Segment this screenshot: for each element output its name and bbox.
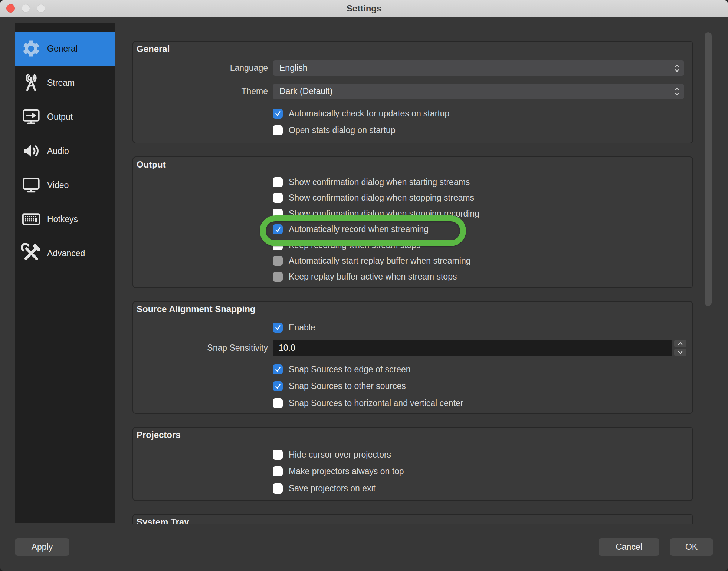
- select-arrows-icon: [669, 60, 684, 76]
- checkbox[interactable]: [273, 125, 283, 135]
- scrollbar[interactable]: [705, 32, 712, 306]
- checkbox-label: Snap Sources to other sources: [289, 381, 406, 391]
- checkbox-row: Automatically check for updates on start…: [273, 108, 449, 119]
- sidebar-item-general[interactable]: General: [15, 32, 115, 66]
- monitor-icon: [20, 175, 43, 195]
- checkbox-row: Automatically start replay buffer when s…: [273, 255, 470, 267]
- sidebar-item-advanced[interactable]: Advanced: [15, 236, 115, 270]
- checkbox-label: Show confirmation dialog when stopping s…: [289, 193, 474, 203]
- sidebar-item-label: General: [47, 44, 78, 54]
- checkbox-label: Hide cursor over projectors: [289, 450, 391, 460]
- snap-sensitivity-value: 10.0: [279, 343, 295, 353]
- theme-label: Theme: [133, 84, 268, 99]
- titlebar: Settings: [0, 0, 728, 17]
- window-title: Settings: [347, 3, 382, 14]
- checkbox[interactable]: [273, 381, 283, 391]
- checkbox-label: Automatically start replay buffer when s…: [289, 256, 470, 266]
- system-tray-section: System Tray: [132, 514, 693, 524]
- checkbox-label: Keep replay buffer active when stream st…: [289, 272, 457, 282]
- checkbox-label: Enable: [289, 323, 315, 333]
- checkbox: [273, 272, 283, 282]
- gear-icon: [20, 39, 43, 59]
- checkbox-row: Show confirmation dialog when starting s…: [273, 176, 470, 188]
- checkbox[interactable]: [273, 109, 283, 119]
- checkbox-row: Snap Sources to edge of screen: [273, 364, 411, 375]
- checkbox-row: Open stats dialog on startup: [273, 125, 396, 136]
- checkbox[interactable]: [273, 398, 283, 408]
- sidebar-item-label: Advanced: [47, 248, 85, 258]
- checkbox-label: Snap Sources to horizontal and vertical …: [289, 398, 463, 408]
- sidebar: GeneralStreamOutputAudioVideoHotkeysAdva…: [15, 23, 115, 523]
- sidebar-item-audio[interactable]: Audio: [15, 134, 115, 168]
- cancel-button[interactable]: Cancel: [599, 538, 659, 556]
- sidebar-item-hotkeys[interactable]: Hotkeys: [15, 202, 115, 236]
- minimize-button[interactable]: [22, 4, 30, 13]
- checkbox-row: Keep replay buffer active when stream st…: [273, 271, 457, 282]
- checkbox-row: Snap Sources to horizontal and vertical …: [273, 397, 463, 409]
- broadcast-icon: [20, 73, 43, 93]
- theme-select[interactable]: Dark (Default): [273, 84, 684, 99]
- snap-sensitivity-input[interactable]: 10.0: [273, 340, 672, 356]
- checkbox-label: Make projectors always on top: [289, 466, 404, 476]
- sidebar-item-label: Stream: [47, 78, 75, 88]
- section-title-output: Output: [137, 159, 166, 170]
- snap-sensitivity-stepper: [674, 340, 686, 356]
- general-section: General Language English Theme Dark (Def…: [132, 41, 693, 143]
- highlight-annotation: [260, 215, 466, 246]
- sidebar-item-label: Hotkeys: [47, 214, 78, 224]
- section-title-system-tray: System Tray: [137, 517, 189, 524]
- checkbox-label: Open stats dialog on startup: [289, 125, 396, 135]
- close-button[interactable]: [6, 4, 15, 13]
- checkbox[interactable]: [273, 177, 283, 187]
- projectors-section: Projectors Hide cursor over projectorsMa…: [132, 427, 693, 501]
- screen-arrow-icon: [20, 107, 43, 127]
- checkbox[interactable]: [273, 323, 283, 333]
- sidebar-item-video[interactable]: Video: [15, 168, 115, 202]
- sidebar-item-stream[interactable]: Stream: [15, 66, 115, 100]
- checkbox-row: Snap Sources to other sources: [273, 381, 406, 392]
- section-title-projectors: Projectors: [137, 430, 181, 440]
- keyboard-icon: [20, 209, 43, 229]
- section-title-general: General: [137, 44, 170, 54]
- checkbox-label: Save projectors on exit: [289, 483, 376, 494]
- ok-button[interactable]: OK: [670, 538, 713, 556]
- checkbox[interactable]: [273, 450, 283, 460]
- section-title-snapping: Source Alignment Snapping: [137, 304, 255, 314]
- checkbox-label: Automatically check for updates on start…: [289, 109, 449, 119]
- checkbox-label: Snap Sources to edge of screen: [289, 364, 411, 374]
- speaker-icon: [20, 141, 43, 161]
- settings-window: Settings General Language English Theme …: [0, 0, 728, 571]
- checkbox[interactable]: [273, 193, 283, 203]
- stepper-up-button[interactable]: [674, 340, 686, 347]
- sidebar-item-label: Output: [47, 112, 73, 122]
- checkbox-row: Show confirmation dialog when stopping s…: [273, 192, 474, 204]
- sidebar-item-label: Audio: [47, 146, 69, 156]
- sidebar-item-label: Video: [47, 180, 69, 190]
- checkbox-label: Show confirmation dialog when starting s…: [289, 177, 470, 187]
- checkbox-row: Save projectors on exit: [273, 483, 376, 494]
- language-label: Language: [133, 60, 268, 76]
- zoom-button[interactable]: [37, 4, 45, 13]
- language-select[interactable]: English: [273, 60, 684, 76]
- theme-value: Dark (Default): [279, 86, 669, 96]
- sidebar-item-output[interactable]: Output: [15, 100, 115, 134]
- checkbox-row: Enable: [273, 322, 315, 333]
- checkbox[interactable]: [273, 466, 283, 476]
- select-arrows-icon: [669, 84, 684, 99]
- snapping-section: Source Alignment Snapping Snap Sensitivi…: [132, 301, 693, 414]
- checkbox-row: Hide cursor over projectors: [273, 449, 391, 460]
- language-value: English: [279, 63, 669, 73]
- apply-button[interactable]: Apply: [15, 538, 69, 556]
- snap-sensitivity-label: Snap Sensitivity: [133, 340, 268, 356]
- checkbox[interactable]: [273, 364, 283, 374]
- checkbox: [273, 256, 283, 266]
- tools-icon: [20, 243, 43, 263]
- checkbox[interactable]: [273, 483, 283, 494]
- checkbox-row: Make projectors always on top: [273, 466, 404, 477]
- stepper-down-button[interactable]: [674, 349, 686, 356]
